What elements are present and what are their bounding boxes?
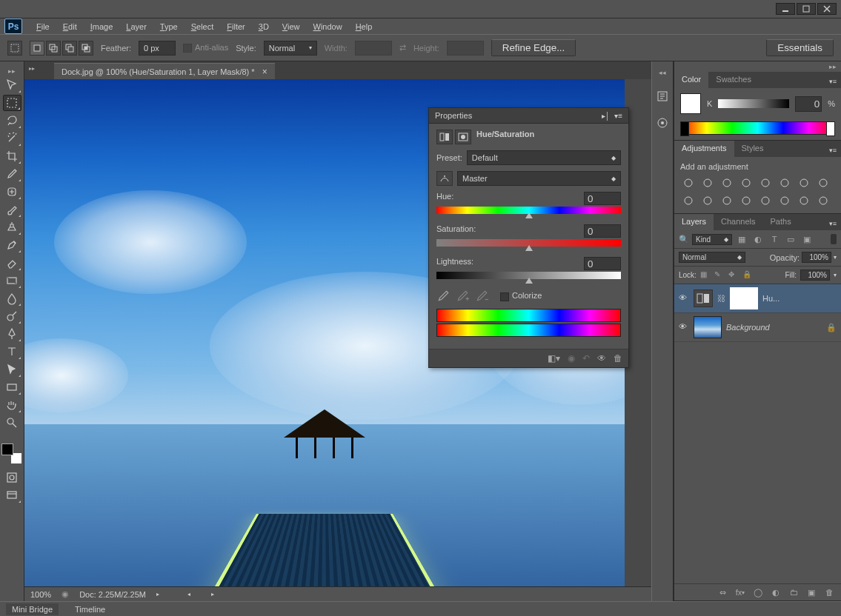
link-layers-icon[interactable]: ⇔: [717, 587, 728, 597]
mask-icon[interactable]: [455, 130, 471, 144]
pen-tool[interactable]: [3, 326, 21, 342]
adjustment-vibrance-icon[interactable]: [757, 175, 774, 190]
window-minimize-button[interactable]: [776, 3, 795, 15]
menu-3d[interactable]: 3D: [252, 20, 276, 33]
menu-image[interactable]: Image: [84, 20, 120, 33]
window-close-button[interactable]: [817, 3, 837, 15]
zoom-tool[interactable]: [3, 415, 21, 431]
tool-preset-icon[interactable]: [7, 41, 22, 56]
tab-adjustments[interactable]: Adjustments: [674, 141, 734, 157]
channel-select[interactable]: Master◆: [457, 171, 621, 186]
adjustment-color-balance-icon[interactable]: [796, 175, 812, 190]
doc-info-flyout-icon[interactable]: ▸: [156, 591, 159, 597]
delete-layer-icon[interactable]: 🗑: [823, 587, 835, 597]
menu-layer[interactable]: Layer: [119, 20, 153, 33]
tab-timeline[interactable]: Timeline: [69, 603, 111, 615]
view-previous-icon[interactable]: ◉: [568, 353, 575, 364]
reset-icon[interactable]: ↶: [582, 353, 590, 364]
color-flyout-icon[interactable]: ▾≡: [825, 75, 841, 88]
eyedropper-sub-icon[interactable]: [475, 289, 488, 303]
dodge-tool[interactable]: [3, 308, 21, 324]
color-ramp[interactable]: [680, 121, 835, 135]
window-maximize-button[interactable]: [797, 3, 816, 15]
zoom-preset-icon[interactable]: ◉: [62, 589, 69, 599]
layer-fx-icon[interactable]: fx▾: [734, 587, 746, 597]
tab-swatches[interactable]: Swatches: [708, 72, 759, 88]
layer-visibility-icon[interactable]: 👁: [679, 293, 689, 304]
filter-adjustment-icon[interactable]: ◐: [751, 233, 765, 245]
eraser-tool[interactable]: [3, 255, 21, 271]
layer-link-icon[interactable]: ⛓: [717, 294, 725, 303]
menu-filter[interactable]: Filter: [220, 20, 251, 33]
menu-type[interactable]: Type: [153, 20, 185, 33]
adjustment-brightness-icon[interactable]: [680, 175, 697, 190]
opacity-input[interactable]: [802, 252, 831, 263]
blend-mode-select[interactable]: Normal◆: [679, 252, 745, 263]
menu-window[interactable]: Window: [307, 20, 349, 33]
magic-wand-tool[interactable]: [3, 130, 21, 147]
lock-all-icon[interactable]: 🔒: [742, 270, 753, 281]
adjustments-flyout-icon[interactable]: ▾≡: [825, 144, 841, 157]
doctab-handle-icon[interactable]: ▸▸: [29, 65, 35, 72]
clip-to-layer-icon[interactable]: ◧▾: [548, 353, 560, 364]
tab-channels[interactable]: Channels: [714, 214, 762, 230]
new-layer-icon[interactable]: ▣: [805, 587, 817, 597]
selection-intersect-icon[interactable]: [79, 41, 93, 56]
layer-filter-select[interactable]: Kind◆: [692, 234, 732, 245]
tab-layers[interactable]: Layers: [674, 214, 714, 230]
clone-stamp-tool[interactable]: [3, 219, 21, 235]
filter-pixel-icon[interactable]: ▦: [735, 233, 748, 245]
filter-smart-icon[interactable]: ▣: [800, 233, 814, 245]
gradient-tool[interactable]: [3, 272, 21, 289]
foreground-background-swatch[interactable]: [1, 443, 22, 464]
healing-brush-tool[interactable]: [3, 184, 21, 200]
adjustment-icon[interactable]: [436, 130, 453, 144]
blur-tool[interactable]: [3, 290, 21, 307]
refine-edge-button[interactable]: Refine Edge...: [491, 39, 576, 56]
hue-value-input[interactable]: [584, 192, 621, 205]
adjustment-curves-icon[interactable]: [719, 175, 735, 190]
adjustment-invert-icon[interactable]: [738, 193, 754, 208]
tab-paths[interactable]: Paths: [763, 214, 799, 230]
selection-subtract-icon[interactable]: [62, 41, 77, 56]
layer-item[interactable]: 👁 Background 🔒: [674, 313, 841, 342]
adjustment-threshold-icon[interactable]: [777, 193, 793, 208]
tab-minibridge[interactable]: Mini Bridge: [6, 603, 59, 615]
brush-tool[interactable]: [3, 201, 21, 218]
colorize-checkbox[interactable]: [500, 292, 509, 301]
hscroll-left-icon[interactable]: ◂: [187, 591, 190, 597]
saturation-slider[interactable]: [436, 239, 621, 247]
adjustment-levels-icon[interactable]: [699, 175, 716, 190]
zoom-level[interactable]: 100%: [30, 590, 51, 599]
eyedropper-add-icon[interactable]: [456, 289, 469, 303]
menu-edit[interactable]: Edit: [56, 20, 84, 33]
hscroll-right-icon[interactable]: ▸: [211, 591, 214, 597]
rectangular-marquee-tool[interactable]: [3, 95, 21, 111]
eyedropper-tool[interactable]: [3, 166, 21, 182]
document-tab-close-icon[interactable]: ×: [262, 67, 267, 77]
properties-flyout-icon[interactable]: ▾≡: [614, 112, 622, 120]
layer-visibility-icon[interactable]: 👁: [679, 322, 689, 332]
delete-adjustment-icon[interactable]: 🗑: [614, 353, 622, 364]
layer-mask-thumb[interactable]: [730, 287, 758, 309]
k-value-input[interactable]: [795, 96, 822, 112]
lasso-tool[interactable]: [3, 113, 21, 129]
selection-new-icon[interactable]: [30, 41, 44, 56]
adjustment-selective-color-icon[interactable]: [796, 193, 812, 208]
feather-input[interactable]: [139, 41, 176, 56]
filter-toggle-switch[interactable]: [831, 234, 837, 244]
lock-transparency-icon[interactable]: ▦: [700, 270, 711, 281]
tab-color[interactable]: Color: [674, 72, 708, 88]
layer-mask-icon[interactable]: ◯: [752, 587, 764, 597]
adjustment-channel-mixer-icon[interactable]: [699, 193, 716, 208]
filter-shape-icon[interactable]: ▭: [784, 233, 797, 245]
targeted-adjustment-icon[interactable]: [436, 171, 453, 186]
quick-mask-tool[interactable]: [3, 469, 21, 486]
style-select[interactable]: Normal▾: [264, 41, 317, 56]
layer-adjustment-thumb[interactable]: [694, 289, 713, 307]
filter-type-icon[interactable]: T: [768, 233, 781, 245]
foreground-color-swatch[interactable]: [680, 93, 701, 114]
app-logo-icon[interactable]: Ps: [4, 19, 22, 34]
hue-slider[interactable]: [436, 207, 621, 214]
fill-flyout-icon[interactable]: ▾: [834, 272, 837, 278]
